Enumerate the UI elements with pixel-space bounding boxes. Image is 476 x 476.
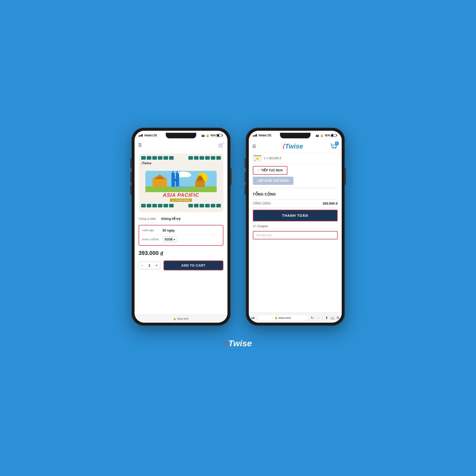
product-scroll: ⟨Twise [135,151,227,315]
battery-fill-2 [331,135,333,136]
svg-rect-11 [152,179,167,187]
product-image-content: ⟨Twise [141,161,221,202]
lock-icon-2: 🔒 [320,134,324,137]
qty-minus-button[interactable]: - [139,262,146,269]
phone-inner-2: Viettel LTE 20:48 📷 🔒 41% ☰ ⟨ Twise [249,131,342,323]
svg-point-4 [183,173,191,177]
thoi-han-value: 30 ngày [162,228,175,232]
add-to-cart-button[interactable]: ADD TO CART [163,260,223,270]
film-hole [205,156,210,160]
price-value: 393.000 [139,250,159,256]
url-bar-2[interactable]: 🔒 twise.tech [257,315,309,321]
countries-badge: 17 COUNTRIES [170,199,192,202]
carrier-1: Viettel LTE [144,134,157,137]
dung-luong-dropdown[interactable]: 01GB ▾ [162,237,177,242]
selection-box: THỜI HẠN 30 ngày DUNG LƯỢNG 01GB ▾ [139,225,223,246]
browser-bookmarks-icon[interactable]: 📖 [330,316,335,320]
coupon-placeholder: Mã giảm giá [256,234,272,237]
film-hole [158,156,162,160]
thoi-han-row: THỜI HẠN 30 ngày [142,227,220,233]
phone-2: Viettel LTE 20:48 📷 🔒 41% ☰ ⟨ Twise [246,128,345,326]
tiep-tuc-mua-button[interactable]: ← TIẾP TỤC MUA [253,166,288,175]
phone-inner-1: Viettel LTE 20:47 📷 🔒 41% ☰ 🛒 [135,131,227,323]
twise-logo-nav: ⟨ Twise [258,142,327,150]
coupon-input[interactable]: Mã giảm giá [253,231,338,239]
status-left-2: Viettel LTE [253,134,271,137]
thanh-toan-button[interactable]: THANH TOÁN [253,210,338,221]
film-hole [216,156,221,160]
tong-cong-row: TỔNG CỘNG 393.000 đ [253,199,338,208]
film-hole [141,156,146,160]
cap-nhat-gio-hang-button[interactable]: CẬP NHẬT GIỎ HÀNG [253,177,293,185]
phone1-nav: ☰ 🛒 [135,140,227,151]
browser-forward-icon[interactable]: › [322,316,323,320]
browser-bar-2: aA 🔒 twise.tech ↻ | ‹ › ⬆ 📖 ⧉ [249,313,342,323]
cart-nav-icon[interactable]: 🛒 [218,142,224,148]
svg-rect-22 [254,155,255,156]
cart-summary-bar: AP 1 × 393.000 đ [249,153,342,163]
browser-back-icon[interactable]: ‹ [318,316,320,320]
browser-share-icon[interactable]: ⬆ [325,316,328,320]
film-hole [169,156,174,160]
film-hole [141,204,146,207]
battery-fill-1 [217,135,219,136]
film-strip-top-right [188,156,221,160]
film-hole [194,204,199,207]
dung-luong-row: DUNG LƯỢNG 01GB ▾ [142,234,220,243]
svg-point-20 [335,147,336,149]
url-lock-icon: 🔒 [274,316,277,319]
thoai-sms-row: THOẠI & SMS Không hỗ trợ [139,215,223,223]
cart-badge[interactable]: 1 [330,142,338,151]
svg-rect-14 [195,180,205,187]
signal-icon-1 [139,134,143,137]
bottom-logo-arrow-icon: ⟨ [224,339,227,348]
browser-aa-button[interactable]: aA [251,316,255,319]
url-text-1: twise.tech [177,317,188,320]
film-hole [205,204,210,207]
svg-rect-23 [255,155,256,156]
cart-row: - 1 + ADD TO CART [135,258,227,273]
film-hole [188,204,193,207]
bottom-logo: ⟨ Twise [224,338,252,348]
film-hole [163,156,168,160]
battery-pct-1: 41% [210,134,216,137]
coupon-text: Coupon [257,224,268,228]
film-hole [163,204,168,207]
battery-pct-2: 41% [325,134,330,137]
hamburger-icon[interactable]: ☰ [138,143,142,147]
carrier-2: Viettel LTE [258,134,271,137]
lock-icon-1: 🔒 [206,134,209,137]
browser-reload-icon[interactable]: ↻ [311,316,314,320]
status-right-2: 📷 🔒 41% [316,134,336,137]
cart-badge-count: 1 [335,142,339,145]
battery-icon-1 [217,134,222,137]
phone2-content: ← TIẾP TỤC MUA CẬP NHẬT GIỎ HÀNG TỔNG CỘ… [249,163,342,313]
film-hole [158,204,162,207]
currency-mark: đ [160,251,163,256]
dung-luong-label: DUNG LƯỢNG [142,238,162,241]
asia-pacific-title: ASIA PACIFIC [163,192,199,198]
chevron-down-icon: ▾ [174,238,175,241]
product-specs: THOẠI & SMS Không hỗ trợ [135,215,227,223]
film-hole [194,156,199,160]
qty-plus-button[interactable]: + [153,262,160,269]
status-left-1: Viettel LTE [139,134,157,137]
url-text-2: twise.tech [278,316,291,319]
tong-cong-header: TỔNG CỘNG [253,191,338,197]
quantity-stepper: - 1 + [139,262,160,269]
film-hole [152,204,157,207]
thoi-han-label: THỜI HẠN [142,229,162,232]
phone-1: Viettel LTE 20:47 📷 🔒 41% ☰ 🛒 [132,128,231,326]
camera-icon-2: 📷 [316,134,319,137]
coupon-label: 🏷 Coupon [253,223,338,229]
qty-value: 1 [146,264,153,267]
phone2-nav: ☰ ⟨ Twise 1 [249,140,342,153]
price-row: 393.000 đ [135,248,227,258]
dung-luong-value: 01GB [165,238,173,241]
hamburger-icon-2[interactable]: ☰ [252,144,256,149]
film-strip-bottom-left [141,204,174,207]
landmarks-svg [141,166,221,192]
browser-tabs-icon[interactable]: ⧉ [337,316,339,320]
svg-rect-24 [257,155,258,156]
logo-text: Twise [142,161,152,165]
